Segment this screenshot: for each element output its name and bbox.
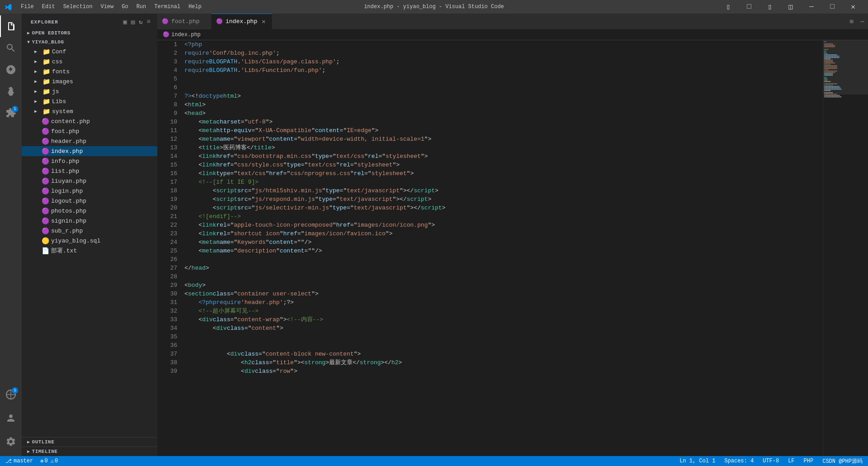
file-logout[interactable]: 🟣 logout.php <box>22 196 157 206</box>
layout-icon-4[interactable]: ◫ <box>780 0 801 14</box>
cursor-position-item[interactable]: Ln 1, Col 1 <box>678 456 717 466</box>
file-label: content.php <box>51 118 90 125</box>
project-section[interactable]: ▼ YIYAO_BLOG <box>22 38 157 47</box>
code-line-2: require 'Conf/blog.inc.php'; <box>184 49 819 57</box>
window-controls: ▯ □ ▯ ◫ ― □ ✕ <box>718 0 863 14</box>
collapse-icon[interactable]: ≡ <box>146 17 152 27</box>
folder-label: css <box>52 58 62 65</box>
activity-settings[interactable] <box>0 431 22 452</box>
file-index[interactable]: 🟣 index.php <box>22 146 157 156</box>
folder-label: system <box>52 108 73 115</box>
tab-close-button[interactable]: ✕ <box>260 18 267 25</box>
php-icon: 🟣 <box>42 197 49 205</box>
code-line-1: <?php <box>184 40 819 49</box>
file-label: list.php <box>51 168 79 175</box>
file-signin[interactable]: 🟣 signin.php <box>22 216 157 226</box>
file-info[interactable]: 🟣 info.php <box>22 156 157 166</box>
folder-js[interactable]: ▶ 📁 js <box>22 86 157 96</box>
language-item[interactable]: PHP <box>802 456 816 466</box>
spaces-item[interactable]: Spaces: 4 <box>722 456 755 466</box>
layout-icon-1[interactable]: ▯ <box>718 0 739 14</box>
file-liuyan[interactable]: 🟣 liuyan.php <box>22 176 157 186</box>
menu-help[interactable]: Help <box>185 3 205 11</box>
editor-layout-icon[interactable]: ⊞ <box>846 14 857 29</box>
activity-debug[interactable] <box>0 81 22 102</box>
open-editors-label: OPEN EDITORS <box>32 30 71 36</box>
php-icon: 🟣 <box>42 187 49 195</box>
file-label: signin.php <box>51 218 86 224</box>
menu-terminal[interactable]: Terminal <box>151 3 184 11</box>
new-folder-icon[interactable]: ▤ <box>130 17 136 27</box>
folder-images[interactable]: ▶ 📁 images <box>22 76 157 86</box>
line-ending-item[interactable]: LF <box>786 456 796 466</box>
errors-icon: ⊗ <box>40 458 43 465</box>
folder-arrow: ▶ <box>34 109 42 114</box>
git-branch-item[interactable]: ⎇ master <box>4 456 35 466</box>
activity-account[interactable] <box>0 407 22 429</box>
file-sql[interactable]: 🟡 yiyao_blog.sql <box>22 236 157 246</box>
menu-run[interactable]: Run <box>133 3 150 11</box>
file-deploy[interactable]: 📄 部署.txt <box>22 246 157 256</box>
maximize-button[interactable]: □ <box>822 0 843 14</box>
file-content[interactable]: 🟣 content.php <box>22 116 157 126</box>
language-label: PHP <box>804 458 814 464</box>
activity-extensions[interactable]: 1 <box>0 102 22 124</box>
ln-34: 34 <box>159 324 177 333</box>
folder-system[interactable]: ▶ 📁 system <box>22 106 157 116</box>
editor-content: 1 2 3 4 5 6 7 8 9 10 11 12 13 14 15 16 1… <box>157 40 868 456</box>
menu-view[interactable]: View <box>97 3 117 11</box>
csdn-item[interactable]: CSDN @PHP源码 <box>821 456 864 466</box>
open-editors-section[interactable]: ▶ OPEN EDITORS <box>22 29 157 38</box>
file-photos[interactable]: 🟣 photos.php <box>22 206 157 216</box>
menu-selection[interactable]: Selection <box>60 3 96 11</box>
file-login[interactable]: 🟣 login.php <box>22 186 157 196</box>
code-line-34: <div class="content"> <box>184 324 819 333</box>
code-line-24: <meta name="Keywords" content="" /> <box>184 238 819 247</box>
editor-area: 🟣 foot.php 🟣 index.php ✕ ⊞ ⋯ 🟣 index.php… <box>157 14 868 456</box>
tab-php-icon: 🟣 <box>162 18 169 25</box>
folder-css[interactable]: ▶ 📁 css <box>22 57 157 67</box>
activity-remote[interactable]: 1 <box>0 384 22 405</box>
folder-libs[interactable]: ▶ 📁 Libs <box>22 96 157 106</box>
new-file-icon[interactable]: ▣ <box>122 17 128 27</box>
activity-explorer[interactable] <box>0 15 22 37</box>
activity-search[interactable] <box>0 37 22 59</box>
folder-fonts[interactable]: ▶ 📁 fonts <box>22 67 157 76</box>
close-button[interactable]: ✕ <box>843 0 863 14</box>
ln-11: 11 <box>159 126 177 135</box>
main-container: 1 1 EXPLORER <box>0 14 868 456</box>
encoding-item[interactable]: UTF-8 <box>761 456 781 466</box>
minimize-button[interactable]: ― <box>801 0 822 14</box>
file-sub-r[interactable]: 🟣 sub_r.php <box>22 226 157 236</box>
php-icon: 🟣 <box>42 138 49 145</box>
file-foot[interactable]: 🟣 foot.php <box>22 126 157 136</box>
layout-icon-3[interactable]: ▯ <box>760 0 780 14</box>
git-icon <box>5 64 16 75</box>
tab-foot[interactable]: 🟣 foot.php <box>157 14 212 29</box>
folder-conf[interactable]: ▶ 📁 Conf <box>22 47 157 57</box>
layout-icon-2[interactable]: □ <box>739 0 760 14</box>
outline-title[interactable]: ▶ OUTLINE <box>22 437 157 447</box>
file-list[interactable]: 🟣 list.php <box>22 166 157 176</box>
menu-file[interactable]: File <box>17 3 38 11</box>
editor-more-icon[interactable]: ⋯ <box>857 14 868 29</box>
file-label: info.php <box>51 158 79 165</box>
timeline-title[interactable]: ▶ TIMELINE <box>22 447 157 456</box>
ln-20: 20 <box>159 204 177 212</box>
menu-edit[interactable]: Edit <box>38 3 59 11</box>
ln-2: 2 <box>159 49 177 57</box>
code-editor[interactable]: <?php require 'Conf/blog.inc.php'; requi… <box>181 40 823 456</box>
breadcrumb-file: index.php <box>171 32 201 38</box>
warnings-count: 0 <box>55 458 58 464</box>
activity-bottom: 1 <box>0 384 22 452</box>
refresh-icon[interactable]: ↻ <box>138 17 144 27</box>
file-header[interactable]: 🟣 header.php <box>22 136 157 146</box>
code-line-23: <link rel="shortcut icon" href="images/i… <box>184 229 819 238</box>
csdn-label: CSDN @PHP源码 <box>822 457 863 465</box>
menu-go[interactable]: Go <box>118 3 132 11</box>
account-icon <box>5 413 16 423</box>
activity-git[interactable] <box>0 59 22 81</box>
tab-index[interactable]: 🟣 index.php ✕ <box>212 14 272 29</box>
errors-item[interactable]: ⊗ 0 ⚠ 0 <box>38 456 60 466</box>
sidebar: EXPLORER ▣ ▤ ↻ ≡ ▶ OPEN EDITORS ▼ YIYAO_… <box>22 14 157 456</box>
